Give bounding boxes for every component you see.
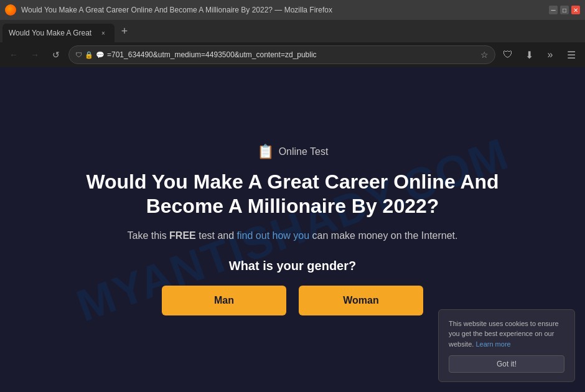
pocket-button[interactable]: 🛡	[499, 46, 517, 63]
window-controls: ─ □ ✕	[549, 6, 580, 14]
badge-label: Online Test	[279, 146, 329, 157]
back-button[interactable]: ←	[5, 46, 22, 63]
tab-title: Would You Make A Great	[9, 29, 95, 37]
cookie-text: This website uses cookies to ensure you …	[449, 319, 564, 350]
reload-icon: ↺	[52, 50, 60, 60]
lock-icon: 🔒	[85, 51, 93, 59]
menu-button[interactable]: ☰	[563, 46, 580, 63]
download-button[interactable]: ⬇	[520, 46, 538, 63]
window-title: Would You Make A Great Career Online And…	[21, 6, 332, 14]
man-button[interactable]: Man	[162, 286, 286, 315]
toolbar: ← → ↺ 🛡 🔒 💬 ☆ 🛡 ⬇ » ☰	[0, 42, 585, 67]
firefox-icon	[5, 4, 16, 16]
main-title: Would You Make A Great Career Online And…	[81, 170, 504, 218]
address-bar-container: 🛡 🔒 💬 ☆	[68, 45, 495, 64]
new-tab-button[interactable]: +	[116, 22, 133, 40]
minimize-button[interactable]: ─	[549, 6, 558, 14]
cookie-notice: This website uses cookies to ensure you …	[438, 309, 575, 383]
woman-button[interactable]: Woman	[299, 286, 423, 315]
badge-icon: 📋	[257, 144, 274, 160]
tab-bar: Would You Make A Great × +	[0, 20, 585, 42]
maximize-button[interactable]: □	[560, 6, 569, 14]
gender-buttons: Man Woman	[162, 286, 423, 315]
chat-icon: 💬	[96, 51, 105, 59]
got-it-button[interactable]: Got it!	[449, 355, 564, 373]
overflow-button[interactable]: »	[541, 46, 559, 63]
main-subtitle: Take this FREE test and find out how you…	[128, 228, 458, 244]
online-test-badge: 📋 Online Test	[257, 144, 329, 160]
page-content: MYANTISHADY.COM 📋 Online Test Would You …	[0, 67, 585, 392]
tab-close-button[interactable]: ×	[98, 28, 108, 38]
learn-more-link[interactable]: Learn more	[475, 340, 510, 348]
address-input[interactable]	[107, 50, 478, 59]
subtitle-text: Take this FREE test and find out how you…	[128, 230, 458, 241]
forward-button[interactable]: →	[26, 46, 44, 63]
forward-icon: →	[30, 50, 39, 60]
active-tab[interactable]: Would You Make A Great ×	[2, 24, 115, 42]
reload-button[interactable]: ↺	[47, 46, 65, 63]
bookmark-star-icon[interactable]: ☆	[480, 50, 489, 60]
title-bar-left: Would You Make A Great Career Online And…	[5, 4, 332, 16]
question-label: What is your gender?	[229, 259, 356, 273]
browser-window: Would You Make A Great Career Online And…	[0, 0, 585, 392]
main-content: 📋 Online Test Would You Make A Great Car…	[81, 144, 504, 315]
back-icon: ←	[9, 50, 18, 60]
close-button[interactable]: ✕	[571, 6, 580, 14]
title-bar: Would You Make A Great Career Online And…	[0, 0, 585, 20]
shield-icon: 🛡	[75, 51, 82, 58]
